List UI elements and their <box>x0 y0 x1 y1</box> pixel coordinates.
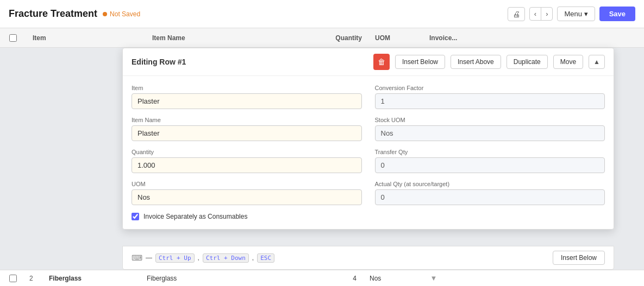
row2-expand-icon[interactable]: ▼ <box>430 274 437 282</box>
transfer-qty-field-group: Transfer Qty <box>375 149 605 173</box>
delete-row-button[interactable]: 🗑 <box>373 54 390 70</box>
keyboard-icon: ⌨ <box>132 253 142 262</box>
editing-panel: Editing Row #1 🗑 Insert Below Insert Abo… <box>122 48 614 230</box>
stock-uom-input[interactable] <box>375 125 605 141</box>
table-header-row: Item Item Name Quantity UOM Invoice... <box>0 28 644 48</box>
invoice-checkbox-row: Invoice Separately as Consumables <box>132 213 605 220</box>
item-label: Item <box>132 85 362 91</box>
not-saved-dot <box>103 12 107 16</box>
prev-button[interactable]: ‹ <box>530 8 541 20</box>
row2-num: 2 <box>26 275 42 282</box>
th-checkbox <box>0 34 26 42</box>
save-button[interactable]: Save <box>599 7 635 21</box>
row2-checkbox[interactable] <box>9 275 17 282</box>
quantity-field-group: Quantity <box>132 149 362 173</box>
item-name-label: Item Name <box>132 117 362 123</box>
invoice-separately-label: Invoice Separately as Consumables <box>143 213 247 220</box>
th-quantity: Quantity <box>298 34 368 42</box>
bottom-insert-below-button[interactable]: Insert Below <box>553 251 605 265</box>
row2-item-name: Fiberglass <box>140 275 292 282</box>
row2-item: Fiberglass <box>42 275 140 282</box>
form-body: Item Conversion Factor Item Name Stock U… <box>123 76 614 229</box>
th-invoice: Invoice... <box>423 34 493 42</box>
row2-action-icon: ▼ <box>417 274 450 282</box>
keyboard-hints: ⌨ — Ctrl + Up , Ctrl + Down , ESC <box>132 253 274 263</box>
main-content: Item Item Name Quantity UOM Invoice... E… <box>0 28 644 286</box>
insert-above-button[interactable]: Insert Above <box>451 55 501 69</box>
item-name-input[interactable] <box>132 125 362 141</box>
conversion-factor-field-group: Conversion Factor <box>375 85 605 109</box>
uom-label: UOM <box>132 181 362 187</box>
editing-row-title: Editing Row #1 <box>132 58 368 66</box>
th-item: Item <box>26 34 146 42</box>
nav-arrows: ‹ › <box>529 7 553 21</box>
comma1: , <box>198 254 199 262</box>
row2-uom: Nos <box>363 275 417 282</box>
uom-field-group: UOM <box>132 181 362 205</box>
transfer-qty-label: Transfer Qty <box>375 149 605 155</box>
header-right: 🖨 ‹ › Menu ▾ Save <box>508 7 635 21</box>
page-header: Fracture Treatment Not Saved 🖨 ‹ › Menu … <box>0 0 644 28</box>
th-uom: UOM <box>368 34 423 42</box>
ctrl-down-hint: Ctrl + Down <box>203 253 249 263</box>
actual-qty-field-group: Actual Qty (at source/target) <box>375 181 605 205</box>
row2-checkbox-cell <box>0 275 26 282</box>
item-name-field-group: Item Name <box>132 117 362 141</box>
row2-quantity: 4 <box>292 275 363 282</box>
item-input[interactable] <box>132 93 362 109</box>
duplicate-button[interactable]: Duplicate <box>507 55 548 69</box>
comma2: , <box>252 254 254 262</box>
next-button[interactable]: › <box>541 8 552 20</box>
stock-uom-field-group: Stock UOM <box>375 117 605 141</box>
not-saved-badge: Not Saved <box>103 10 140 18</box>
conversion-factor-label: Conversion Factor <box>375 85 605 91</box>
th-item-name: Item Name <box>146 34 298 42</box>
menu-button[interactable]: Menu ▾ <box>557 7 595 21</box>
hint-separator: — <box>146 254 152 262</box>
not-saved-label: Not Saved <box>110 10 140 18</box>
select-all-checkbox[interactable] <box>9 34 17 42</box>
editing-panel-header: Editing Row #1 🗑 Insert Below Insert Abo… <box>123 48 614 76</box>
esc-hint: ESC <box>257 253 274 263</box>
invoice-separately-checkbox[interactable] <box>132 213 139 220</box>
quantity-label: Quantity <box>132 149 362 155</box>
conversion-factor-input[interactable] <box>375 93 605 109</box>
item-field-group: Item <box>132 85 362 109</box>
page-title: Fracture Treatment <box>9 8 97 20</box>
print-button[interactable]: 🖨 <box>508 7 525 21</box>
ctrl-up-hint: Ctrl + Up <box>155 253 195 263</box>
quantity-input[interactable] <box>132 157 362 173</box>
uom-input[interactable] <box>132 189 362 205</box>
header-left: Fracture Treatment Not Saved <box>9 8 140 20</box>
transfer-qty-input[interactable] <box>375 157 605 173</box>
insert-below-button[interactable]: Insert Below <box>395 55 445 69</box>
actual-qty-label: Actual Qty (at source/target) <box>375 181 605 187</box>
collapse-button[interactable]: ▲ <box>589 55 605 69</box>
move-button[interactable]: Move <box>553 55 583 69</box>
stock-uom-label: Stock UOM <box>375 117 605 123</box>
bottom-bar: ⌨ — Ctrl + Up , Ctrl + Down , ESC Insert… <box>122 246 614 270</box>
table-row-2: 2 Fiberglass Fiberglass 4 Nos ▼ <box>0 270 644 286</box>
actual-qty-input[interactable] <box>375 189 605 205</box>
